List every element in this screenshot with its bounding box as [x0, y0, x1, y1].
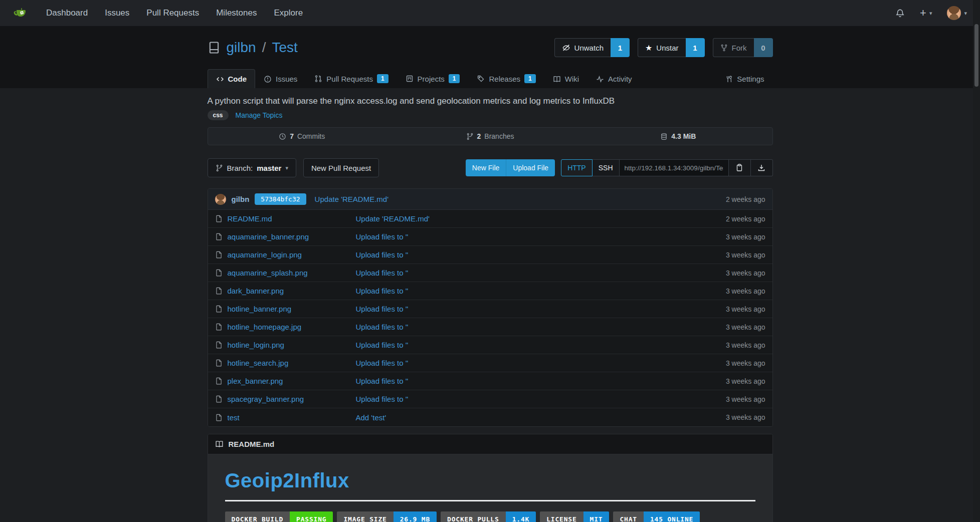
file-name-link[interactable]: aquamarine_login.png	[228, 250, 302, 259]
file-name-link[interactable]: hotline_search.jpg	[228, 359, 289, 367]
latest-commit-row: gilbn 57384bfc32 Update 'README.md' 2 we…	[208, 189, 772, 210]
file-commit-message-link[interactable]: Upload files to ''	[356, 323, 409, 331]
file-age: 3 weeks ago	[726, 323, 765, 331]
file-name-link[interactable]: README.md	[228, 214, 272, 223]
tab-code[interactable]: Code	[208, 69, 256, 88]
file-commit-message-link[interactable]: Add 'test'	[356, 413, 386, 422]
repo-name-link[interactable]: Test	[272, 40, 297, 56]
gitea-logo-icon[interactable]	[13, 5, 29, 21]
nav-explore[interactable]: Explore	[274, 8, 303, 18]
file-icon	[215, 215, 223, 222]
scrollbar-thumb[interactable]	[974, 24, 978, 87]
file-commit-message-link[interactable]: Upload files to ''	[356, 287, 409, 295]
file-age: 3 weeks ago	[726, 251, 765, 259]
unwatch-button[interactable]: Unwatch	[554, 38, 611, 57]
repo-owner-link[interactable]: gilbn	[227, 40, 256, 56]
tab-wiki[interactable]: Wiki	[544, 69, 587, 88]
tab-projects[interactable]: Projects 1	[397, 69, 469, 88]
file-commit-message-link[interactable]: Upload files to ''	[356, 377, 409, 385]
new-pull-request-button[interactable]: New Pull Request	[303, 158, 379, 177]
tab-issues[interactable]: Issues	[255, 69, 306, 88]
readme-book-icon	[215, 440, 224, 448]
code-icon	[216, 75, 224, 83]
status-badge[interactable]: CHAT 145 ONLINE	[613, 511, 700, 522]
file-name-link[interactable]: dark_banner.png	[228, 287, 284, 295]
file-name-link[interactable]: hotline_homepage.jpg	[228, 323, 302, 331]
topic-chip-css[interactable]: css	[208, 110, 229, 120]
file-name-link[interactable]: spacegray_banner.png	[228, 395, 304, 403]
file-commit-message-link[interactable]: Update 'README.md'	[356, 214, 430, 223]
nav-pull-requests[interactable]: Pull Requests	[146, 8, 199, 18]
page-scrollbar[interactable]	[973, 0, 980, 522]
nav-milestones[interactable]: Milestones	[216, 8, 257, 18]
file-commit-message-link[interactable]: Upload files to ''	[356, 269, 409, 277]
readme-heading: Geoip2Influx	[225, 469, 755, 492]
projects-icon	[406, 75, 414, 83]
create-new-button[interactable]: +▾	[920, 8, 932, 19]
size-stat[interactable]: 4.3 MiB	[584, 128, 772, 145]
file-commit-message-link[interactable]: Upload files to ''	[356, 395, 409, 403]
commit-message-link[interactable]: Update 'README.md'	[315, 195, 388, 203]
branches-stat[interactable]: 2Branches	[396, 128, 584, 145]
fork-button[interactable]: Fork	[713, 38, 754, 57]
file-name-link[interactable]: plex_banner.png	[228, 377, 283, 385]
status-badge[interactable]: DOCKER BUILD PASSING	[225, 511, 333, 522]
commit-author-avatar	[215, 194, 226, 205]
file-icon	[215, 377, 223, 385]
status-badge[interactable]: LICENSE MIT	[540, 511, 609, 522]
ssh-protocol-button[interactable]: SSH	[593, 159, 620, 176]
unstar-button[interactable]: ★ Unstar	[638, 38, 686, 57]
status-badge[interactable]: IMAGE SIZE 26.9 MB	[337, 511, 437, 522]
tab-pull-requests[interactable]: Pull Requests 1	[306, 69, 397, 88]
file-commit-message-link[interactable]: Upload files to ''	[356, 359, 409, 367]
commits-stat[interactable]: 7Commits	[208, 128, 396, 145]
new-file-button[interactable]: New File	[466, 159, 506, 176]
file-commit-message-link[interactable]: Upload files to ''	[356, 305, 409, 313]
file-name-link[interactable]: hotline_banner.png	[228, 305, 292, 313]
file-commit-message-link[interactable]: Upload files to ''	[356, 232, 409, 241]
star-count[interactable]: 1	[686, 38, 705, 57]
file-table: gilbn 57384bfc32 Update 'README.md' 2 we…	[208, 188, 773, 427]
nav-dashboard[interactable]: Dashboard	[46, 8, 88, 18]
status-badge[interactable]: DOCKER PULLS 1.4K	[441, 511, 536, 522]
upload-file-button[interactable]: Upload File	[506, 159, 555, 176]
file-row: dark_banner.png Upload files to '' 3 wee…	[208, 282, 772, 300]
repo-stats-bar: 7Commits 2Branches 4.3 M	[208, 127, 773, 145]
file-age: 3 weeks ago	[726, 395, 765, 403]
user-avatar	[947, 6, 961, 20]
file-row: README.md Update 'README.md' 2 weeks ago	[208, 210, 772, 228]
file-commit-message-link[interactable]: Upload files to ''	[356, 250, 409, 259]
clone-url-input[interactable]	[620, 159, 729, 176]
watch-count[interactable]: 1	[611, 38, 630, 57]
branch-selector[interactable]: Branch: master ▾	[208, 158, 296, 177]
file-age: 3 weeks ago	[726, 305, 765, 313]
copy-url-button[interactable]	[729, 159, 751, 176]
branch-icon	[216, 164, 223, 172]
file-icon	[215, 395, 223, 403]
file-name-link[interactable]: aquamarine_splash.png	[228, 269, 308, 277]
http-protocol-button[interactable]: HTTP	[561, 159, 593, 176]
manage-topics-link[interactable]: Manage Topics	[236, 111, 283, 119]
commit-sha-button[interactable]: 57384bfc32	[255, 193, 306, 205]
user-menu[interactable]: ▾	[947, 6, 967, 20]
notifications-bell-icon[interactable]	[895, 9, 905, 18]
file-commit-message-link[interactable]: Upload files to ''	[356, 341, 409, 349]
file-name-link[interactable]: aquamarine_banner.png	[228, 232, 309, 241]
file-row: hotline_banner.png Upload files to '' 3 …	[208, 300, 772, 318]
download-button[interactable]	[751, 159, 773, 176]
repo-tabs: Code Issues Pull Requests 1	[208, 67, 773, 88]
watch-group: Unwatch 1	[554, 38, 630, 57]
file-name-link[interactable]: test	[228, 413, 240, 422]
file-name-link[interactable]: hotline_login.png	[228, 341, 284, 349]
tab-settings[interactable]: Settings	[716, 69, 772, 88]
tab-activity[interactable]: Activity	[587, 69, 641, 88]
nav-issues[interactable]: Issues	[105, 8, 129, 18]
file-row: spacegray_banner.png Upload files to '' …	[208, 390, 772, 408]
projects-count-badge: 1	[449, 74, 460, 83]
file-icon	[215, 269, 223, 277]
file-row: aquamarine_login.png Upload files to '' …	[208, 246, 772, 264]
fork-count[interactable]: 0	[754, 38, 773, 57]
tab-releases[interactable]: Releases 1	[468, 69, 544, 88]
file-icon	[215, 251, 223, 258]
commit-author-link[interactable]: gilbn	[232, 195, 250, 203]
